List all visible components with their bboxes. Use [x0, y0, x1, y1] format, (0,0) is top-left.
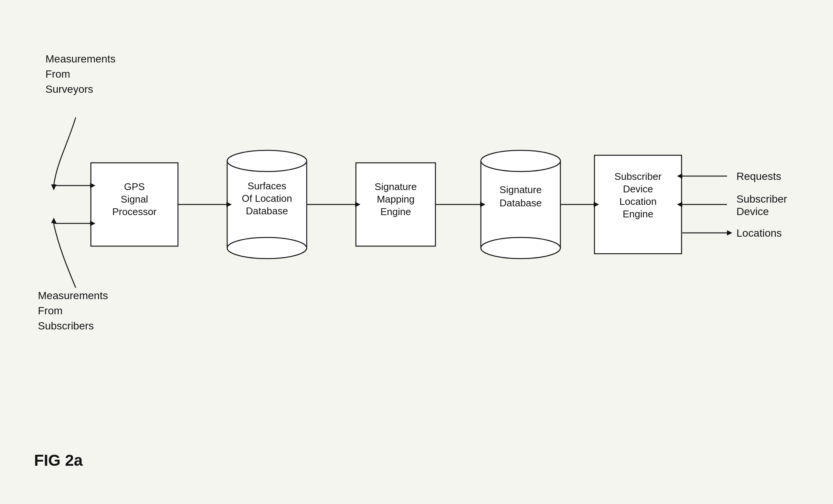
- svg-text:Engine: Engine: [623, 208, 654, 220]
- measurements-subscribers-label: Measurements: [38, 290, 108, 301]
- subscriber-device-label: Subscriber: [736, 193, 787, 205]
- svg-rect-0: [0, 0, 833, 504]
- svg-text:Location: Location: [619, 196, 657, 207]
- measurements-surveyors-label: Measurements: [45, 53, 115, 65]
- surfaces-db-top: [227, 150, 307, 172]
- requests-label: Requests: [736, 170, 781, 182]
- fig-label: FIG 2a: [34, 451, 83, 469]
- locations-label: Locations: [736, 227, 782, 239]
- signature-db-label: Signature: [499, 184, 541, 195]
- svg-text:From: From: [38, 305, 62, 317]
- svg-text:Processor: Processor: [112, 206, 156, 217]
- svg-text:Of Location: Of Location: [242, 193, 292, 204]
- surfaces-db-body: [227, 161, 307, 248]
- signature-db-bottom: [481, 237, 560, 259]
- surfaces-db-label: Surfaces: [248, 180, 287, 192]
- svg-text:Device: Device: [736, 206, 769, 217]
- main-diagram-svg: GPS Signal Processor Surfaces Of Locatio…: [0, 0, 833, 504]
- subscriber-engine-label: Subscriber: [615, 171, 662, 182]
- svg-text:Database: Database: [499, 197, 541, 209]
- svg-text:Database: Database: [246, 205, 288, 217]
- svg-text:From: From: [45, 68, 70, 80]
- signature-db-top: [481, 150, 560, 172]
- svg-text:Subscribers: Subscribers: [38, 320, 94, 332]
- surfaces-db-bottom: [227, 237, 307, 259]
- svg-text:Mapping: Mapping: [377, 193, 415, 205]
- svg-text:Engine: Engine: [381, 206, 411, 217]
- diagram-container: GPS Signal Processor Surfaces Of Locatio…: [0, 0, 833, 504]
- signature-mapping-label: Signature: [374, 181, 416, 192]
- svg-text:Surveyors: Surveyors: [45, 83, 93, 95]
- gps-processor-label: GPS: [124, 181, 145, 192]
- svg-text:Device: Device: [623, 183, 653, 195]
- svg-text:Signal: Signal: [121, 193, 148, 205]
